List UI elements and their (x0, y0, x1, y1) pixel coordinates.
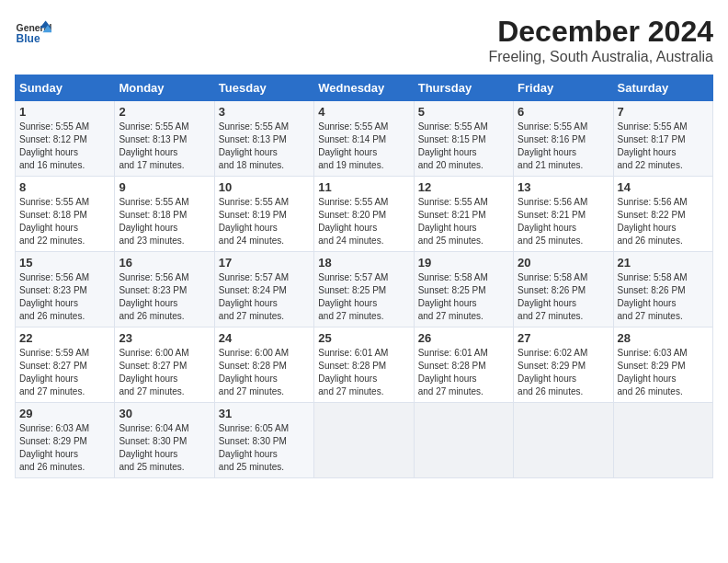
table-row: 27 Sunrise: 6:02 AM Sunset: 8:29 PM Dayl… (514, 327, 613, 403)
col-friday: Friday (514, 75, 613, 101)
table-row: 13 Sunrise: 5:56 AM Sunset: 8:21 PM Dayl… (514, 177, 613, 252)
day-info: Sunrise: 5:58 AM Sunset: 8:26 PM Dayligh… (618, 271, 709, 323)
table-row: 16 Sunrise: 5:56 AM Sunset: 8:23 PM Dayl… (115, 252, 214, 327)
day-number: 7 (618, 105, 709, 119)
day-info: Sunrise: 5:57 AM Sunset: 8:24 PM Dayligh… (219, 271, 310, 323)
day-info: Sunrise: 5:55 AM Sunset: 8:20 PM Dayligh… (318, 196, 409, 247)
col-thursday: Thursday (414, 75, 513, 101)
table-row: 9 Sunrise: 5:55 AM Sunset: 8:18 PM Dayli… (115, 177, 214, 252)
table-row: 24 Sunrise: 6:00 AM Sunset: 8:28 PM Dayl… (214, 327, 313, 403)
day-info: Sunrise: 5:56 AM Sunset: 8:22 PM Dayligh… (618, 196, 709, 247)
calendar-week-row: 8 Sunrise: 5:55 AM Sunset: 8:18 PM Dayli… (16, 177, 713, 252)
calendar-week-row: 22 Sunrise: 5:59 AM Sunset: 8:27 PM Dayl… (16, 327, 713, 403)
day-number: 12 (418, 180, 509, 194)
col-tuesday: Tuesday (214, 75, 313, 101)
title-area: December 2024 Freeling, South Australia,… (488, 15, 713, 65)
calendar-week-row: 15 Sunrise: 5:56 AM Sunset: 8:23 PM Dayl… (16, 252, 713, 327)
day-info: Sunrise: 5:55 AM Sunset: 8:16 PM Dayligh… (518, 121, 609, 172)
day-info: Sunrise: 6:03 AM Sunset: 8:29 PM Dayligh… (618, 347, 709, 398)
day-info: Sunrise: 5:56 AM Sunset: 8:23 PM Dayligh… (19, 271, 110, 323)
day-info: Sunrise: 5:58 AM Sunset: 8:25 PM Dayligh… (418, 271, 509, 323)
day-info: Sunrise: 5:55 AM Sunset: 8:13 PM Dayligh… (119, 121, 210, 172)
day-info: Sunrise: 5:55 AM Sunset: 8:12 PM Dayligh… (19, 121, 110, 172)
table-row: 25 Sunrise: 6:01 AM Sunset: 8:28 PM Dayl… (314, 327, 414, 403)
col-wednesday: Wednesday (314, 75, 414, 101)
day-info: Sunrise: 6:00 AM Sunset: 8:28 PM Dayligh… (219, 347, 310, 398)
table-row: 10 Sunrise: 5:55 AM Sunset: 8:19 PM Dayl… (214, 177, 313, 252)
table-row: 14 Sunrise: 5:56 AM Sunset: 8:22 PM Dayl… (613, 177, 712, 252)
day-number: 1 (19, 105, 110, 119)
table-row (314, 403, 414, 478)
day-info: Sunrise: 6:01 AM Sunset: 8:28 PM Dayligh… (318, 347, 409, 398)
day-info: Sunrise: 5:55 AM Sunset: 8:19 PM Dayligh… (219, 196, 310, 247)
day-info: Sunrise: 5:57 AM Sunset: 8:25 PM Dayligh… (318, 271, 409, 323)
table-row: 12 Sunrise: 5:55 AM Sunset: 8:21 PM Dayl… (414, 177, 513, 252)
table-row: 2 Sunrise: 5:55 AM Sunset: 8:13 PM Dayli… (115, 101, 214, 177)
day-number: 29 (19, 407, 110, 420)
table-row: 5 Sunrise: 5:55 AM Sunset: 8:15 PM Dayli… (414, 101, 513, 177)
table-row: 3 Sunrise: 5:55 AM Sunset: 8:13 PM Dayli… (214, 101, 313, 177)
day-number: 27 (518, 331, 609, 345)
day-info: Sunrise: 5:55 AM Sunset: 8:21 PM Dayligh… (418, 196, 509, 247)
day-number: 4 (318, 105, 409, 119)
day-number: 18 (318, 256, 409, 270)
page-title: December 2024 (488, 15, 713, 49)
day-number: 20 (518, 256, 609, 270)
day-number: 24 (219, 331, 310, 345)
day-number: 19 (418, 256, 509, 270)
day-info: Sunrise: 5:56 AM Sunset: 8:21 PM Dayligh… (518, 196, 609, 247)
day-number: 17 (219, 256, 310, 270)
svg-text:Blue: Blue (17, 32, 40, 45)
calendar-week-row: 29 Sunrise: 6:03 AM Sunset: 8:29 PM Dayl… (16, 403, 713, 478)
table-row: 11 Sunrise: 5:55 AM Sunset: 8:20 PM Dayl… (314, 177, 414, 252)
day-number: 8 (19, 180, 110, 194)
table-row: 23 Sunrise: 6:00 AM Sunset: 8:27 PM Dayl… (115, 327, 214, 403)
day-number: 28 (618, 331, 709, 345)
day-number: 21 (618, 256, 709, 270)
day-number: 25 (318, 331, 409, 345)
table-row: 20 Sunrise: 5:58 AM Sunset: 8:26 PM Dayl… (514, 252, 613, 327)
day-number: 31 (219, 407, 310, 420)
table-row: 21 Sunrise: 5:58 AM Sunset: 8:26 PM Dayl… (613, 252, 712, 327)
day-info: Sunrise: 5:59 AM Sunset: 8:27 PM Dayligh… (19, 347, 110, 398)
day-number: 5 (418, 105, 509, 119)
table-row: 29 Sunrise: 6:03 AM Sunset: 8:29 PM Dayl… (16, 403, 115, 478)
page-header: General Blue December 2024 Freeling, Sou… (15, 15, 713, 65)
day-info: Sunrise: 5:58 AM Sunset: 8:26 PM Dayligh… (518, 271, 609, 323)
col-sunday: Sunday (16, 75, 115, 101)
day-number: 3 (219, 105, 310, 119)
table-row: 4 Sunrise: 5:55 AM Sunset: 8:14 PM Dayli… (314, 101, 414, 177)
logo: General Blue (15, 15, 55, 52)
day-number: 26 (418, 331, 509, 345)
calendar-header-row: Sunday Monday Tuesday Wednesday Thursday… (16, 75, 713, 101)
day-info: Sunrise: 6:01 AM Sunset: 8:28 PM Dayligh… (418, 347, 509, 398)
day-info: Sunrise: 6:02 AM Sunset: 8:29 PM Dayligh… (518, 347, 609, 398)
table-row (414, 403, 513, 478)
day-number: 23 (119, 331, 210, 345)
day-info: Sunrise: 5:55 AM Sunset: 8:17 PM Dayligh… (618, 121, 709, 172)
table-row (514, 403, 613, 478)
day-number: 10 (219, 180, 310, 194)
day-number: 9 (119, 180, 210, 194)
day-number: 30 (119, 407, 210, 420)
day-info: Sunrise: 5:55 AM Sunset: 8:14 PM Dayligh… (318, 121, 409, 172)
day-number: 16 (119, 256, 210, 270)
table-row: 19 Sunrise: 5:58 AM Sunset: 8:25 PM Dayl… (414, 252, 513, 327)
day-number: 22 (19, 331, 110, 345)
day-info: Sunrise: 6:04 AM Sunset: 8:30 PM Dayligh… (119, 422, 210, 474)
table-row: 17 Sunrise: 5:57 AM Sunset: 8:24 PM Dayl… (214, 252, 313, 327)
day-info: Sunrise: 6:00 AM Sunset: 8:27 PM Dayligh… (119, 347, 210, 398)
day-info: Sunrise: 5:55 AM Sunset: 8:18 PM Dayligh… (119, 196, 210, 247)
day-info: Sunrise: 5:56 AM Sunset: 8:23 PM Dayligh… (119, 271, 210, 323)
day-info: Sunrise: 5:55 AM Sunset: 8:15 PM Dayligh… (418, 121, 509, 172)
table-row: 22 Sunrise: 5:59 AM Sunset: 8:27 PM Dayl… (16, 327, 115, 403)
day-info: Sunrise: 5:55 AM Sunset: 8:13 PM Dayligh… (219, 121, 310, 172)
day-info: Sunrise: 5:55 AM Sunset: 8:18 PM Dayligh… (19, 196, 110, 247)
day-number: 13 (518, 180, 609, 194)
table-row: 31 Sunrise: 6:05 AM Sunset: 8:30 PM Dayl… (214, 403, 313, 478)
table-row: 7 Sunrise: 5:55 AM Sunset: 8:17 PM Dayli… (613, 101, 712, 177)
table-row: 1 Sunrise: 5:55 AM Sunset: 8:12 PM Dayli… (16, 101, 115, 177)
table-row: 15 Sunrise: 5:56 AM Sunset: 8:23 PM Dayl… (16, 252, 115, 327)
day-number: 14 (618, 180, 709, 194)
calendar-week-row: 1 Sunrise: 5:55 AM Sunset: 8:12 PM Dayli… (16, 101, 713, 177)
